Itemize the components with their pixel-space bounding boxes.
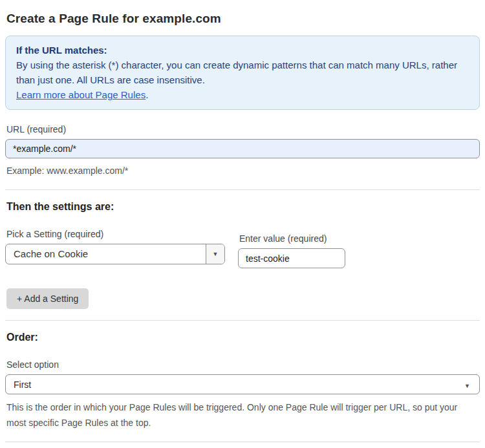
order-select-value: First <box>6 379 464 390</box>
divider <box>5 442 480 442</box>
page-rule-form: Create a Page Rule for example.com If th… <box>0 0 485 448</box>
order-select-label: Select option <box>6 359 480 370</box>
info-box-link-line: Learn more about Page Rules. <box>16 87 469 102</box>
url-helper-text: Example: www.example.com/* <box>6 163 480 178</box>
url-input[interactable] <box>5 139 480 158</box>
link-period: . <box>146 89 148 100</box>
settings-section-heading: Then the settings are: <box>6 201 480 213</box>
value-field-label: Enter value (required) <box>239 233 367 244</box>
value-column: Enter value (required) <box>238 233 367 268</box>
info-box-body: By using the asterisk (*) character, you… <box>16 58 469 87</box>
page-title: Create a Page Rule for example.com <box>6 12 480 26</box>
chevron-down-icon: ▼ <box>213 251 219 257</box>
divider <box>5 189 480 190</box>
settings-row: Pick a Setting (required) Cache on Cooki… <box>5 229 480 268</box>
setting-select-label: Pick a Setting (required) <box>6 229 225 239</box>
info-box-heading: If the URL matches: <box>16 43 469 58</box>
chevron-down-icon: ▼ <box>464 379 479 390</box>
setting-select[interactable]: Cache on Cookie ▼ <box>5 244 225 264</box>
order-select[interactable]: First ▼ <box>5 374 480 394</box>
setting-value-input[interactable] <box>238 248 345 268</box>
learn-more-link[interactable]: Learn more about Page Rules <box>16 89 146 100</box>
url-field-label: URL (required) <box>6 124 480 134</box>
add-setting-button[interactable]: + Add a Setting <box>6 288 89 309</box>
setting-column: Pick a Setting (required) Cache on Cooki… <box>5 229 225 268</box>
divider <box>5 320 480 321</box>
setting-select-arrow-button[interactable]: ▼ <box>206 244 224 264</box>
order-section-heading: Order: <box>6 332 480 343</box>
order-helper-text: This is the order in which your Page Rul… <box>6 400 472 431</box>
url-match-info-box: If the URL matches: By using the asteris… <box>5 36 480 110</box>
setting-select-value: Cache on Cookie <box>6 244 206 264</box>
